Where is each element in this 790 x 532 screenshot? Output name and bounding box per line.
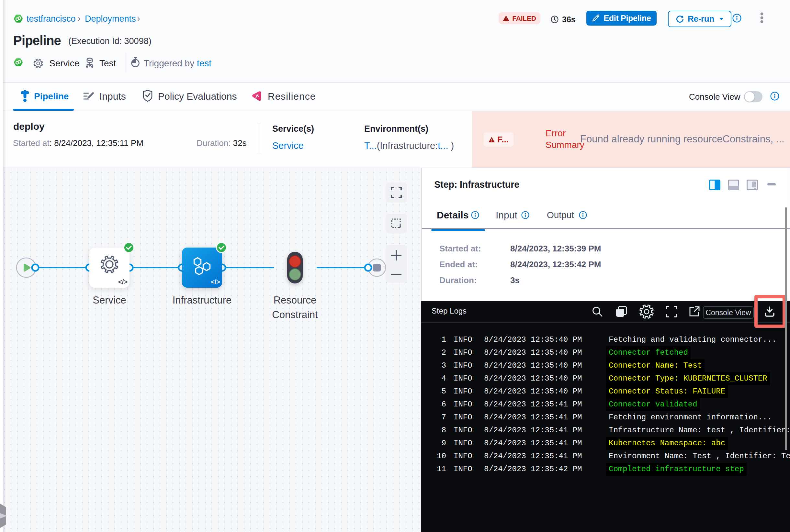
svg-text:</>: </> — [118, 278, 128, 285]
svg-text:</>: </> — [211, 278, 220, 285]
svg-text:Service: Service — [93, 294, 126, 306]
svg-text:Resource: Resource — [274, 294, 317, 306]
svg-text:Infrastructure: Infrastructure — [172, 294, 232, 306]
svg-text:Constraint: Constraint — [272, 309, 318, 320]
